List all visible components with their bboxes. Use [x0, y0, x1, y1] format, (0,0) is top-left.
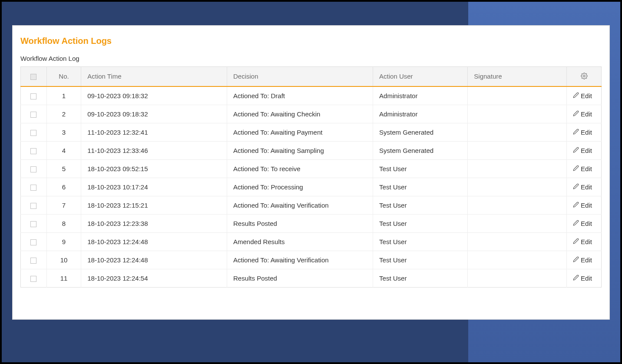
cell-signature — [468, 123, 567, 141]
cell-signature — [468, 105, 567, 123]
cell-decision: Actioned To: To receive — [227, 159, 373, 178]
edit-label: Edit — [581, 275, 592, 282]
edit-label: Edit — [581, 147, 592, 154]
row-checkbox-cell — [21, 159, 47, 178]
cell-action-time: 18-10-2023 12:24:48 — [81, 232, 227, 251]
edit-button[interactable]: Edit — [573, 147, 592, 154]
cell-signature — [468, 86, 567, 105]
table-row: 209-10-2023 09:18:32Actioned To: Awaitin… — [21, 105, 602, 123]
cell-action-user: Test User — [373, 232, 468, 251]
row-checkbox[interactable] — [30, 166, 36, 172]
row-checkbox-cell — [21, 141, 47, 159]
cell-no: 11 — [46, 269, 81, 287]
pencil-icon — [573, 202, 579, 209]
header-action-user[interactable]: Action User — [373, 67, 468, 86]
cell-action-time: 11-10-2023 12:33:46 — [81, 141, 227, 159]
cell-edit: Edit — [567, 123, 602, 141]
edit-button[interactable]: Edit — [573, 92, 592, 99]
pencil-icon — [573, 238, 579, 245]
cell-signature — [468, 159, 567, 178]
edit-button[interactable]: Edit — [573, 220, 592, 227]
cell-action-time: 09-10-2023 09:18:32 — [81, 105, 227, 123]
row-checkbox[interactable] — [30, 239, 36, 245]
edit-button[interactable]: Edit — [573, 183, 592, 191]
header-no[interactable]: No. — [46, 67, 81, 86]
row-checkbox[interactable] — [30, 148, 36, 154]
cell-no: 5 — [46, 159, 81, 178]
cell-action-time: 11-10-2023 12:32:41 — [81, 123, 227, 141]
cell-edit: Edit — [567, 196, 602, 214]
row-checkbox-cell — [21, 86, 47, 105]
row-checkbox[interactable] — [30, 112, 36, 118]
row-checkbox[interactable] — [30, 276, 36, 282]
cell-edit: Edit — [567, 214, 602, 232]
edit-label: Edit — [581, 202, 592, 209]
pencil-icon — [573, 92, 579, 99]
edit-label: Edit — [581, 256, 592, 264]
edit-button[interactable]: Edit — [573, 275, 592, 282]
edit-button[interactable]: Edit — [573, 202, 592, 209]
cell-decision: Actioned To: Awaiting Sampling — [227, 141, 373, 159]
cell-edit: Edit — [567, 269, 602, 287]
header-action-time[interactable]: Action Time — [81, 67, 227, 86]
cell-no: 10 — [46, 251, 81, 269]
row-checkbox[interactable] — [30, 185, 36, 191]
workflow-logs-card: Workflow Action Logs Workflow Action Log… — [12, 25, 610, 320]
cell-edit: Edit — [567, 251, 602, 269]
pencil-icon — [573, 165, 579, 172]
edit-button[interactable]: Edit — [573, 256, 592, 264]
cell-decision: Amended Results — [227, 232, 373, 251]
cell-signature — [468, 269, 567, 287]
select-all-checkbox[interactable] — [30, 74, 36, 80]
pencil-icon — [573, 129, 579, 136]
cell-no: 8 — [46, 214, 81, 232]
edit-label: Edit — [581, 110, 592, 118]
cell-action-user: Test User — [373, 159, 468, 178]
svg-point-0 — [583, 75, 585, 77]
cell-action-time: 18-10-2023 12:24:48 — [81, 251, 227, 269]
row-checkbox-cell — [21, 269, 47, 287]
edit-label: Edit — [581, 165, 592, 172]
header-settings[interactable] — [567, 67, 602, 86]
cell-action-time: 18-10-2023 12:24:54 — [81, 269, 227, 287]
edit-label: Edit — [581, 129, 592, 136]
cell-action-user: Administrator — [373, 86, 468, 105]
cell-decision: Actioned To: Awaiting Payment — [227, 123, 373, 141]
page-title: Workflow Action Logs — [20, 36, 602, 46]
pencil-icon — [573, 256, 579, 264]
cell-decision: Actioned To: Awaiting Verification — [227, 196, 373, 214]
edit-button[interactable]: Edit — [573, 238, 592, 245]
edit-label: Edit — [581, 92, 592, 99]
edit-button[interactable]: Edit — [573, 110, 592, 118]
cell-action-user: Test User — [373, 178, 468, 196]
row-checkbox-cell — [21, 196, 47, 214]
row-checkbox-cell — [21, 251, 47, 269]
header-decision[interactable]: Decision — [227, 67, 373, 86]
cell-edit: Edit — [567, 86, 602, 105]
row-checkbox-cell — [21, 123, 47, 141]
table-row: 618-10-2023 10:17:24Actioned To: Process… — [21, 178, 602, 196]
edit-button[interactable]: Edit — [573, 165, 592, 172]
row-checkbox[interactable] — [30, 258, 36, 264]
header-signature[interactable]: Signature — [468, 67, 567, 86]
cell-no: 3 — [46, 123, 81, 141]
row-checkbox[interactable] — [30, 203, 36, 209]
cell-signature — [468, 232, 567, 251]
cell-decision: Results Posted — [227, 214, 373, 232]
cell-edit: Edit — [567, 178, 602, 196]
cell-action-user: Test User — [373, 269, 468, 287]
cell-no: 7 — [46, 196, 81, 214]
table-row: 1018-10-2023 12:24:48Actioned To: Awaiti… — [21, 251, 602, 269]
header-checkbox-cell — [21, 67, 47, 86]
row-checkbox[interactable] — [30, 130, 36, 136]
row-checkbox[interactable] — [30, 221, 36, 227]
cell-action-user: Test User — [373, 196, 468, 214]
cell-edit: Edit — [567, 232, 602, 251]
edit-button[interactable]: Edit — [573, 129, 592, 136]
cell-no: 1 — [46, 86, 81, 105]
cell-decision: Actioned To: Processing — [227, 178, 373, 196]
cell-action-user: Administrator — [373, 105, 468, 123]
cell-edit: Edit — [567, 141, 602, 159]
cell-action-user: System Generated — [373, 123, 468, 141]
row-checkbox[interactable] — [30, 93, 36, 99]
